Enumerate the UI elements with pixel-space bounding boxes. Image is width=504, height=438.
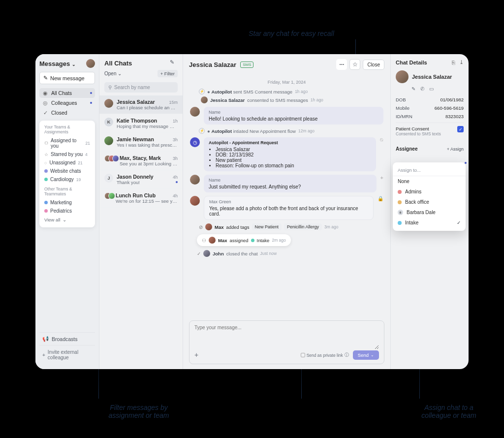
teams-panel: Your Teams & Assignments ⚇Assigned to yo…: [39, 121, 95, 227]
video-icon[interactable]: ▭: [429, 86, 434, 92]
people-icon: ◎: [42, 100, 48, 106]
private-link-toggle[interactable]: Send as private linkⓘ: [301, 352, 349, 358]
check-icon: ✓: [197, 251, 201, 256]
person-icon: ⚇: [44, 141, 48, 146]
invite-colleague[interactable]: + Invite external colleague: [39, 345, 95, 364]
chat-item[interactable]: K Katie Thompson1hHoping that my message…: [99, 114, 183, 133]
chat-item[interactable]: Jessica Salazar15mCan I please schedule …: [99, 95, 183, 114]
hide-icon[interactable]: ⦰: [380, 137, 383, 171]
nav-all-chats[interactable]: ◉ All Chats: [39, 88, 95, 98]
event-log: ⚡● Autopilot intiated New Appointment fl…: [199, 128, 383, 134]
more-button[interactable]: ···: [336, 59, 347, 70]
check-icon: ✓: [457, 220, 461, 225]
message-list[interactable]: Friday, Mar 1, 2024 ⚡● Autopilot sent SM…: [183, 75, 390, 316]
chat-avatar: J: [104, 174, 113, 183]
assign-option[interactable]: Back office: [393, 197, 466, 207]
event-tags: ⊘ Maxadded tags New PatientPenicillin Al…: [199, 223, 383, 230]
filter-assigned[interactable]: ⚇Assigned to you21: [41, 136, 93, 150]
patient-header: Jessica Salazar: [396, 70, 464, 83]
consent-row: Patient ConsentConsented to SMS texts ✓: [396, 123, 464, 139]
camera-icon[interactable]: ⎘: [452, 60, 455, 65]
chat-avatar: [104, 99, 113, 108]
lock-icon: 🔒: [378, 196, 383, 220]
chat-item[interactable]: J Jason Donnely4hThank you!: [99, 170, 183, 189]
patient-avatar: [396, 70, 409, 83]
info-dob: DOB01/06/1982: [396, 95, 464, 104]
megaphone-icon: 📢: [42, 336, 49, 342]
filter-unassigned[interactable]: ○Unassigned21: [41, 158, 93, 167]
phone-icon[interactable]: ✆: [420, 86, 424, 92]
assign-option-none[interactable]: None: [393, 176, 466, 187]
circle-icon: ○: [44, 160, 47, 165]
assignee-header: Assignee + Assign: [396, 146, 464, 152]
chat-item[interactable]: Jamie Newman3hYes I was taking that pres…: [99, 133, 183, 152]
chat-item[interactable]: Lunch Run Club4hWe're on for 12:15 — see…: [99, 189, 183, 208]
add-assignee-button[interactable]: + Assign: [447, 147, 464, 152]
team-cardiology[interactable]: Cardiology19: [41, 175, 93, 184]
nav-broadcasts[interactable]: 📢 Broadcasts: [39, 332, 95, 345]
attach-button[interactable]: +: [194, 351, 203, 360]
message-avatar: [190, 196, 200, 206]
info-mrn: ID/MRN8323023: [396, 112, 464, 121]
tag-icon: ⊘: [199, 224, 203, 230]
event-log: ✓Johnclosed the chatJust now: [197, 250, 383, 257]
message-avatar: [190, 175, 200, 185]
chat-avatar: [104, 136, 113, 145]
chat-list-title: All Chats: [104, 60, 132, 67]
send-button[interactable]: Send⌄: [353, 350, 379, 360]
nav-colleagues[interactable]: ◎ Colleagues: [39, 98, 95, 108]
compose-icon: ✎: [43, 75, 48, 81]
close-button[interactable]: Close: [363, 60, 384, 70]
compose-box: + Send as private linkⓘ Send⌄: [189, 320, 384, 364]
user-avatar[interactable]: [86, 59, 95, 68]
chat-avatar-group: [104, 155, 116, 166]
chat-details: Chat Details ⎘ ⤓ Jessica Salazar ✎ ✆ ▭ D…: [391, 54, 469, 369]
channel-badge: SMS: [240, 62, 253, 68]
download-icon[interactable]: ⤓: [459, 59, 464, 65]
chat-icon: ◉: [42, 90, 48, 96]
message: NameHello! Looking to schedule an appoin…: [190, 107, 383, 125]
filter-starred[interactable]: ☆Starred by you4: [41, 150, 93, 158]
team-website-chats[interactable]: Website chats: [41, 167, 93, 175]
chevron-down-icon: ⌄: [63, 217, 66, 222]
team-marketing[interactable]: Marketing: [41, 198, 93, 207]
message-input[interactable]: [194, 325, 379, 349]
edit-icon[interactable]: ✎: [411, 86, 415, 92]
message: ◷ Autopilot - Appointment RequestJessica…: [190, 137, 383, 171]
avatar-icon: [203, 250, 210, 257]
nav-closed[interactable]: ✓ Closed: [39, 108, 95, 118]
chat-item[interactable]: Max, Stacy, Mark3hSee you at 3pm! Lookin…: [99, 152, 183, 170]
annotation-filter: Filter messages by assignment or team: [94, 404, 183, 419]
new-message-button[interactable]: ✎ New message: [39, 72, 95, 84]
info-icon: ⓘ: [345, 352, 349, 358]
date-separator: Friday, Mar 1, 2024: [190, 80, 383, 85]
panel-label: Your Teams & Assignments: [41, 124, 93, 136]
open-filter[interactable]: Open ⌄: [104, 71, 122, 76]
team-pediatrics[interactable]: Pediatrics: [41, 207, 93, 215]
assign-option[interactable]: BBarbara Dale: [393, 207, 466, 218]
consent-checkbox[interactable]: ✓: [457, 126, 464, 132]
autopilot-icon: ⚡: [199, 89, 205, 94]
compose-icon[interactable]: ✎: [170, 59, 178, 67]
message-avatar: [190, 107, 200, 117]
sidebar-title[interactable]: Messages ⌄: [39, 60, 76, 67]
assign-dropdown: Assign to... None Admins Back office BBa…: [393, 162, 466, 231]
star-button[interactable]: ☆: [349, 59, 360, 70]
info-mobile: Mobile660-596-5619: [396, 104, 464, 112]
assign-option[interactable]: Intake✓: [393, 218, 466, 228]
conversation-name: Jessica Salazar: [189, 61, 236, 68]
assign-search[interactable]: Assign to...: [393, 165, 466, 176]
chevron-down-icon: ⌄: [371, 353, 374, 357]
avatar-icon: [201, 96, 208, 103]
filter-button[interactable]: + Filter: [158, 70, 178, 77]
search-input[interactable]: ⚲ Search by name: [104, 82, 178, 93]
app-window: Messages ⌄ ✎ New message ◉ All Chats ◎ C…: [35, 54, 469, 369]
assign-option[interactable]: Admins: [393, 187, 466, 197]
view-all-button[interactable]: View all⌄: [41, 215, 93, 224]
chat-avatar-group: [104, 192, 112, 204]
add-icon[interactable]: +: [380, 175, 383, 192]
search-icon: ⚲: [108, 85, 112, 90]
star-icon: ☆: [44, 152, 48, 157]
chat-avatar: K: [104, 118, 113, 126]
plus-icon: +: [42, 352, 45, 358]
